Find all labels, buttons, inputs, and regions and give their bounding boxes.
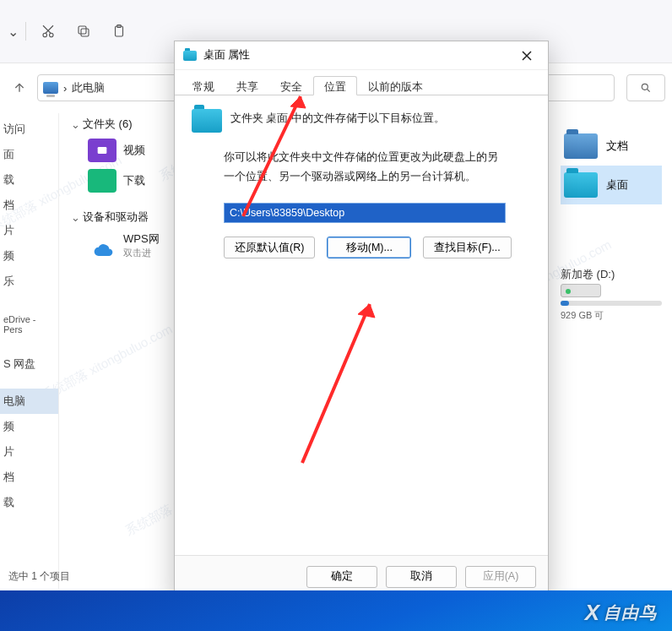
folder-documents[interactable]: 文档: [561, 127, 662, 166]
wps-cloud-icon: [88, 234, 117, 258]
left-nav: 访问 面 载 档 片 频 乐 eDrive - Pers S 网盘 电脑 频 片…: [0, 113, 59, 589]
properties-dialog: 桌面 属性 常规 共享 安全 位置 以前的版本 文件夹 桌面 中的文件存储于以下…: [174, 41, 549, 598]
dialog-body: 文件夹 桌面 中的文件存储于以下目标位置。 你可以将此文件夹中文件存储的位置更改…: [175, 95, 548, 272]
status-bar: 选中 1 个项目: [8, 569, 70, 584]
search-icon: [640, 82, 652, 94]
svg-point-1: [50, 33, 54, 37]
wps-drive[interactable]: WPS网双击进: [69, 228, 187, 263]
nav-music[interactable]: 乐: [0, 269, 58, 294]
dialog-tabs: 常规 共享 安全 位置 以前的版本: [175, 70, 548, 95]
drive-d[interactable]: 新加卷 (D:) 929 GB 可: [561, 267, 662, 322]
nav-sub-videos[interactable]: 频: [0, 414, 58, 439]
tab-share[interactable]: 共享: [225, 76, 269, 95]
nav-desktop[interactable]: 面: [0, 142, 58, 167]
dialog-titlebar: 桌面 属性: [175, 41, 548, 70]
apply-button[interactable]: 应用(A): [465, 566, 536, 588]
desktop-folder-icon: [183, 51, 197, 61]
toolbar-chevron[interactable]: ⌄: [7, 16, 19, 46]
svg-rect-3: [79, 26, 86, 34]
location-heading: 文件夹 桌面 中的文件存储于以下目标位置。: [230, 109, 445, 128]
svg-point-0: [43, 33, 47, 37]
close-button[interactable]: [511, 42, 543, 69]
brand-watermark: X自由鸟: [585, 600, 657, 626]
pc-icon: [43, 82, 58, 94]
content-tree: ⌄文件夹 (6) 视频 下载 ⌄设备和驱动器 WPS网双击进: [69, 113, 187, 263]
nav-onedrive[interactable]: eDrive - Pers: [0, 309, 58, 340]
folder-desktop[interactable]: 桌面: [561, 166, 662, 204]
desktop-wallpaper-wave: [0, 590, 672, 631]
nav-pictures[interactable]: 片: [0, 218, 58, 243]
restore-default-button[interactable]: 还原默认值(R): [224, 237, 315, 258]
drive-usage-bar: [561, 301, 662, 306]
find-target-button[interactable]: 查找目标(F)...: [423, 237, 511, 258]
close-icon: [522, 51, 532, 61]
nav-sub-documents[interactable]: 档: [0, 465, 58, 490]
location-description: 你可以将此文件夹中文件存储的位置更改为此硬盘上的另一个位置、另一个驱动器或网络上…: [224, 148, 506, 186]
breadcrumb-sep: ›: [63, 82, 67, 95]
search-button[interactable]: [626, 74, 665, 101]
chevron-down-icon: ⌄: [71, 211, 79, 224]
paste-icon[interactable]: [104, 16, 134, 46]
cancel-button[interactable]: 取消: [386, 566, 457, 588]
group-folders[interactable]: ⌄文件夹 (6): [69, 113, 187, 135]
move-button[interactable]: 移动(M)...: [327, 237, 411, 258]
copy-icon[interactable]: [68, 16, 99, 46]
video-folder-icon: [88, 139, 117, 162]
tab-location[interactable]: 位置: [313, 76, 357, 95]
svg-point-6: [642, 84, 648, 90]
chevron-down-icon: ⌄: [71, 118, 79, 131]
nav-up-icon[interactable]: [7, 75, 32, 101]
documents-folder-icon: [564, 133, 598, 159]
nav-videos[interactable]: 频: [0, 243, 58, 269]
svg-rect-2: [81, 29, 89, 36]
nav-sub-pictures[interactable]: 片: [0, 439, 58, 465]
cut-icon[interactable]: [33, 16, 63, 46]
tab-previous[interactable]: 以前的版本: [357, 76, 434, 95]
breadcrumb-this-pc[interactable]: 此电脑: [72, 80, 105, 95]
nav-downloads[interactable]: 载: [0, 167, 58, 193]
desktop-folder-icon: [192, 109, 222, 133]
group-devices[interactable]: ⌄设备和驱动器: [69, 206, 187, 228]
tab-general[interactable]: 常规: [182, 76, 225, 95]
svg-rect-7: [98, 147, 107, 154]
desktop-folder-icon: [564, 172, 598, 198]
nav-this-pc[interactable]: 电脑: [0, 389, 58, 414]
folder-videos[interactable]: 视频: [69, 135, 187, 166]
nav-wps[interactable]: S 网盘: [0, 351, 58, 377]
folder-downloads[interactable]: 下载: [69, 166, 187, 196]
nav-quickaccess[interactable]: 访问: [0, 117, 58, 142]
path-input[interactable]: [224, 203, 506, 223]
ok-button[interactable]: 确定: [306, 566, 377, 588]
right-pane: 文档 桌面: [561, 127, 662, 204]
nav-documents[interactable]: 档: [0, 193, 58, 218]
drive-icon: [561, 284, 601, 297]
download-folder-icon: [88, 169, 117, 193]
nav-sub-downloads[interactable]: 载: [0, 490, 58, 515]
dialog-title: 桌面 属性: [203, 48, 250, 63]
tab-security[interactable]: 安全: [269, 76, 313, 95]
